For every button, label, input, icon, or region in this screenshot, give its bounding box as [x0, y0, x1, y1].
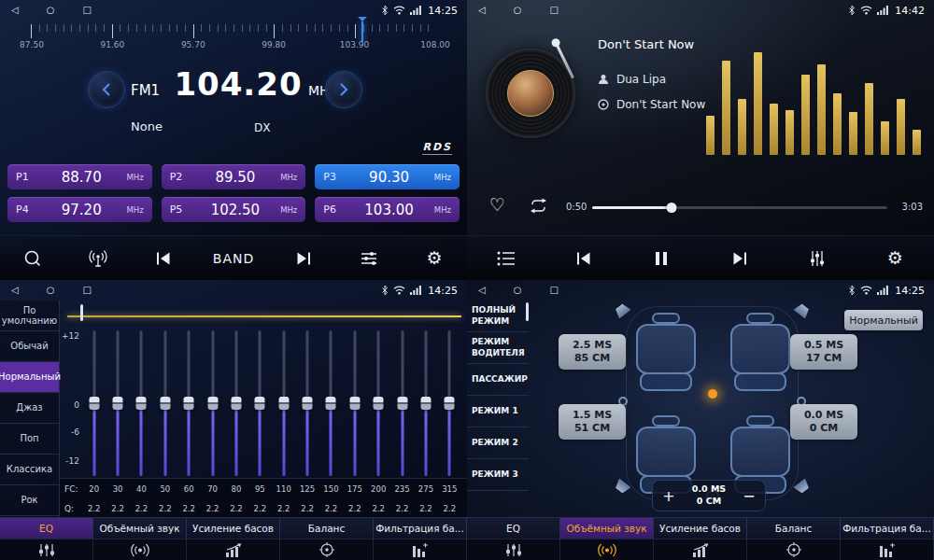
next-track-button[interactable]: [724, 243, 756, 274]
recents-icon[interactable]: □: [549, 280, 558, 301]
tab-filter[interactable]: Фильтрация ба...: [374, 518, 467, 539]
settings-button[interactable]: ⚙: [879, 243, 911, 274]
eq-preset-item[interactable]: Рок: [0, 485, 59, 516]
slider-knob[interactable]: [420, 397, 431, 410]
tab-eq[interactable]: EQ: [0, 518, 93, 539]
slider-knob[interactable]: [231, 397, 241, 410]
radio-preset-p1[interactable]: P188.70MHz: [7, 164, 152, 189]
listen-mode-item-1[interactable]: РЕЖИМ ВОДИТЕЛЯ: [467, 332, 529, 364]
slider-knob[interactable]: [397, 397, 407, 410]
progress-knob[interactable]: [667, 203, 677, 213]
tab-filter-icon-cell[interactable]: [841, 539, 934, 560]
slider-knob[interactable]: [207, 397, 218, 410]
tab-surround[interactable]: Объёмный звук: [93, 518, 187, 539]
eq-band-slider-200[interactable]: [367, 330, 390, 476]
tab-balance[interactable]: Баланс: [747, 518, 841, 539]
home-icon[interactable]: ○: [514, 280, 522, 301]
sound-preset-button[interactable]: Нормальный: [844, 310, 923, 330]
eq-band-slider-80[interactable]: [224, 330, 248, 476]
band-button[interactable]: BAND: [213, 243, 254, 274]
playlist-button[interactable]: [490, 243, 522, 274]
eq-preset-item[interactable]: Джаз: [0, 393, 59, 424]
slider-knob[interactable]: [445, 397, 455, 410]
slider-knob[interactable]: [136, 397, 147, 410]
progress-bar[interactable]: [592, 206, 887, 209]
favorite-button[interactable]: ♡: [489, 194, 505, 215]
eq-band-slider-20[interactable]: [82, 330, 106, 476]
eq-band-slider-315[interactable]: [438, 330, 461, 476]
slider-knob[interactable]: [113, 397, 123, 410]
recents-icon[interactable]: □: [549, 0, 558, 21]
tune-up-button[interactable]: [325, 71, 362, 108]
tab-bass-boost[interactable]: Усиление басов: [654, 518, 747, 539]
tab-bass-boost-icon-cell[interactable]: [654, 539, 747, 560]
tab-balance-icon-cell[interactable]: [747, 539, 841, 560]
scrollbar[interactable]: [526, 302, 529, 321]
back-icon[interactable]: ◁: [11, 280, 19, 301]
previous-track-button[interactable]: [568, 243, 600, 274]
eq-band-slider-150[interactable]: [319, 330, 343, 476]
recents-icon[interactable]: □: [82, 0, 91, 21]
tab-surround[interactable]: Объёмный звук: [560, 518, 654, 539]
radio-preset-p6[interactable]: P6103.00MHz: [315, 197, 460, 222]
tab-filter[interactable]: Фильтрация ба...: [841, 518, 934, 539]
back-icon[interactable]: ◁: [478, 0, 486, 21]
slider-knob[interactable]: [89, 397, 99, 410]
listen-mode-item-0[interactable]: ПОЛНЫЙ РЕЖИМ: [467, 301, 529, 332]
tab-balance-icon-cell[interactable]: [280, 539, 374, 560]
listen-mode-item-5[interactable]: РЕЖИМ 3: [467, 459, 529, 491]
eq-band-slider-30[interactable]: [106, 330, 129, 476]
slider-knob[interactable]: [326, 397, 336, 410]
eq-preset-item[interactable]: Поп: [0, 424, 59, 455]
eq-band-slider-125[interactable]: [295, 330, 318, 476]
tune-down-button[interactable]: [88, 71, 125, 108]
tune-options-button[interactable]: [353, 243, 385, 274]
tab-eq-icon-cell[interactable]: [0, 539, 93, 560]
back-icon[interactable]: ◁: [11, 0, 19, 21]
speaker-front-right-icon[interactable]: [793, 301, 811, 319]
home-icon[interactable]: ○: [514, 0, 522, 21]
home-icon[interactable]: ○: [47, 280, 55, 301]
tab-surround-icon-cell[interactable]: [560, 539, 654, 560]
eq-band-slider-40[interactable]: [130, 330, 153, 476]
delay-rear-left[interactable]: 1.5 MS 51 CM: [559, 404, 626, 440]
previous-station-button[interactable]: [148, 243, 179, 274]
slider-knob[interactable]: [184, 397, 194, 410]
speaker-rear-left-icon[interactable]: [613, 478, 630, 496]
slider-knob[interactable]: [349, 397, 360, 410]
repeat-button[interactable]: [529, 198, 548, 217]
next-station-button[interactable]: [288, 243, 319, 274]
tab-bass-boost-icon-cell[interactable]: [187, 539, 280, 560]
delay-rear-right[interactable]: 0.0 MS 0 CM: [790, 404, 857, 440]
tab-surround-icon-cell[interactable]: [93, 539, 187, 560]
delay-front-left[interactable]: 2.5 MS 85 CM: [559, 334, 626, 370]
settings-button[interactable]: ⚙: [418, 243, 450, 274]
radio-preset-p5[interactable]: P5102.50MHz: [162, 197, 306, 222]
eq-band-slider-95[interactable]: [248, 330, 272, 476]
eq-band-slider-275[interactable]: [414, 330, 437, 476]
listen-mode-item-4[interactable]: РЕЖИМ 2: [467, 427, 529, 459]
eq-band-slider-70[interactable]: [201, 330, 224, 476]
tab-filter-icon-cell[interactable]: [374, 539, 467, 560]
auto-scan-button[interactable]: [82, 243, 114, 274]
slider-knob[interactable]: [374, 397, 384, 410]
eq-preset-item[interactable]: Нормальный: [0, 362, 59, 393]
listen-mode-item-3[interactable]: РЕЖИМ 1: [467, 396, 529, 427]
eq-preset-item[interactable]: Классика: [0, 455, 59, 485]
home-icon[interactable]: ○: [47, 0, 55, 21]
back-icon[interactable]: ◁: [478, 280, 486, 301]
tab-eq-icon-cell[interactable]: [467, 539, 560, 560]
eq-band-slider-175[interactable]: [343, 330, 366, 476]
radio-preset-p3[interactable]: P390.30MHz: [315, 164, 460, 189]
slider-knob[interactable]: [160, 397, 170, 410]
scrollbar[interactable]: [80, 304, 83, 321]
slider-knob[interactable]: [278, 397, 289, 410]
eq-band-slider-235[interactable]: [390, 330, 414, 476]
tab-balance[interactable]: Баланс: [280, 518, 374, 539]
decrease-delay-button[interactable]: −: [743, 487, 756, 505]
speaker-front-left-icon[interactable]: [613, 301, 630, 319]
equalizer-button[interactable]: [801, 243, 833, 274]
eq-band-slider-60[interactable]: [177, 330, 201, 476]
eq-band-slider-110[interactable]: [272, 330, 295, 476]
listening-position-dot[interactable]: [708, 389, 717, 399]
